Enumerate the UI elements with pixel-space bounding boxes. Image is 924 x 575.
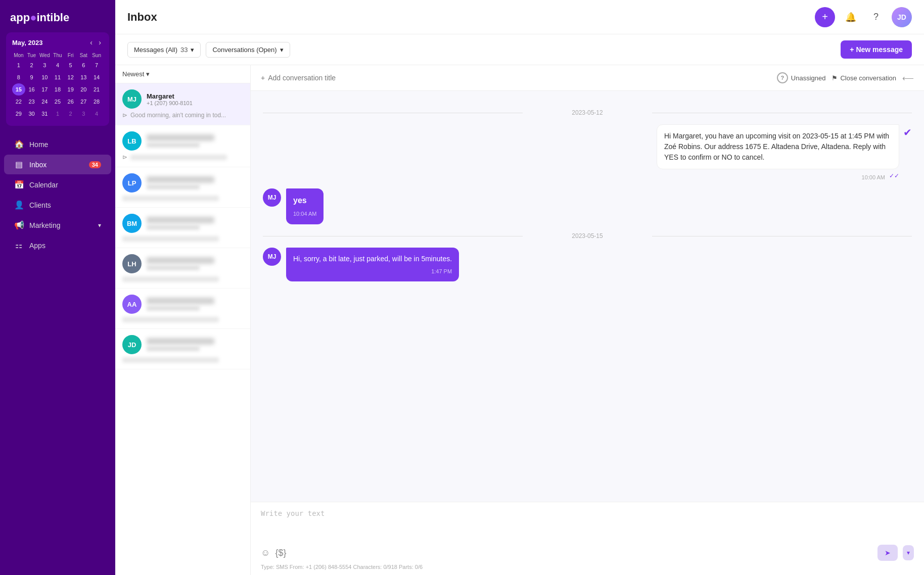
apps-icon: ⚏ xyxy=(14,241,23,250)
calendar-day[interactable]: 19 xyxy=(64,83,77,95)
conversation-item-2[interactable]: LB ⊳ xyxy=(115,125,250,167)
cal-day-sat: Sat xyxy=(77,52,90,59)
calendar-prev-btn[interactable]: ‹ xyxy=(88,37,95,47)
calendar-day[interactable]: 1 xyxy=(12,59,25,71)
conv-preview-blurred-3 xyxy=(122,196,219,201)
conv-preview-4 xyxy=(122,236,243,242)
calendar-day[interactable]: 13 xyxy=(77,71,90,83)
conv-info-2 xyxy=(147,134,243,148)
calendar-day[interactable]: 25 xyxy=(51,95,64,108)
template-button[interactable]: {$} xyxy=(275,548,286,558)
calendar-day[interactable]: 18 xyxy=(51,83,64,95)
conv-preview-blurred-4 xyxy=(122,236,219,242)
calendar-next-btn[interactable]: › xyxy=(97,37,103,47)
conv-info-margaret: Margaret +1 (207) 900-8101 xyxy=(147,92,243,106)
calendar-day[interactable]: 3 xyxy=(77,108,90,120)
add-title-button[interactable]: + Add conversation title xyxy=(261,74,336,82)
user-avatar[interactable]: JD xyxy=(892,7,912,27)
calendar-day[interactable]: 4 xyxy=(51,59,64,71)
unassigned-button[interactable]: ? Unassigned xyxy=(777,72,826,83)
sidebar-item-marketing[interactable]: 📢 Marketing ▾ xyxy=(4,215,111,235)
conv-info-6 xyxy=(147,298,243,311)
collapse-button[interactable]: ⟵ xyxy=(902,73,914,83)
sort-button[interactable]: Newest ▾ xyxy=(122,70,150,78)
conv-top-3: LP xyxy=(122,173,243,193)
calendar-day[interactable]: 15 xyxy=(12,83,25,95)
date-1-label: 2023-05-12 xyxy=(572,109,603,116)
sidebar-item-calendar[interactable]: 📅 Calendar xyxy=(4,175,111,195)
sidebar-item-home[interactable]: 🏠 Home xyxy=(4,134,111,154)
conversation-item-margaret[interactable]: MJ Margaret +1 (207) 900-8101 ⊳ Good mor… xyxy=(115,83,250,125)
conv-avatar-7: JD xyxy=(122,335,142,354)
conv-preview-6 xyxy=(122,317,243,322)
calendar-day[interactable]: 31 xyxy=(38,108,51,120)
calendar-day[interactable]: 6 xyxy=(77,59,90,71)
sidebar-item-clients[interactable]: 👤 Clients xyxy=(4,195,111,215)
calendar-day[interactable]: 30 xyxy=(25,108,38,120)
message-input[interactable] xyxy=(261,509,914,540)
incoming-avatar-1: MJ xyxy=(263,188,281,207)
calendar-day[interactable]: 4 xyxy=(90,108,103,120)
conversation-item-7[interactable]: JD xyxy=(115,329,250,369)
conversation-item-3[interactable]: LP xyxy=(115,167,250,208)
calendar-day[interactable]: 2 xyxy=(25,59,38,71)
send-dropdown-button[interactable]: ▾ xyxy=(903,545,914,560)
emoji-button[interactable]: ☺ xyxy=(261,548,270,558)
conversation-item-4[interactable]: BM xyxy=(115,208,250,248)
calendar-day[interactable]: 23 xyxy=(25,95,38,108)
calendar-day[interactable]: 7 xyxy=(90,59,103,71)
conversation-item-6[interactable]: AA xyxy=(115,289,250,329)
sidebar-item-apps[interactable]: ⚏ Apps xyxy=(4,235,111,255)
close-conversation-button[interactable]: ⚑ Close conversation xyxy=(831,74,896,82)
calendar-day[interactable]: 27 xyxy=(77,95,90,108)
calendar-day[interactable]: 20 xyxy=(77,83,90,95)
calendar-day[interactable]: 3 xyxy=(38,59,51,71)
calendar-weekdays: Mon Tue Wed Thu Fri Sat Sun xyxy=(12,52,103,59)
new-message-button[interactable]: + New message xyxy=(841,40,912,59)
conv-preview-text-margaret: Good morning, ain't coming in tod... xyxy=(130,112,226,119)
conv-name-blurred-7 xyxy=(147,338,214,345)
send-button[interactable]: ➤ xyxy=(877,545,898,561)
chat-input-area: ☺ {$} ➤ ▾ Type: SMS From: +1 (206) 848-5… xyxy=(251,502,924,575)
notifications-button[interactable]: 🔔 xyxy=(841,8,860,27)
conv-avatar-4: BM xyxy=(122,214,142,233)
calendar-day[interactable]: 11 xyxy=(51,71,64,83)
conversation-item-5[interactable]: LH xyxy=(115,248,250,289)
messages-filter-btn[interactable]: Messages (All) 33 ▾ xyxy=(127,42,201,58)
cal-day-fri: Fri xyxy=(64,52,77,59)
calendar-day[interactable]: 22 xyxy=(12,95,25,108)
sidebar-item-home-label: Home xyxy=(29,140,48,149)
calendar-day[interactable]: 21 xyxy=(90,83,103,95)
conv-phone-blurred-3 xyxy=(147,184,200,189)
sidebar-item-marketing-label: Marketing xyxy=(29,221,60,229)
help-button[interactable]: ? xyxy=(866,8,886,27)
calendar-day[interactable]: 1 xyxy=(51,108,64,120)
logo-intible: intible xyxy=(36,11,69,24)
outgoing-wrapper-1: Hi Margaret, you have an upcoming visit … xyxy=(657,124,899,180)
calendar-day[interactable]: 12 xyxy=(64,71,77,83)
calendar-day[interactable]: 5 xyxy=(64,59,77,71)
conv-name-blurred-6 xyxy=(147,298,214,304)
conv-name-blurred-5 xyxy=(147,257,214,264)
conv-phone-blurred-4 xyxy=(147,225,200,230)
conv-info-4 xyxy=(147,217,243,230)
calendar-day[interactable]: 28 xyxy=(90,95,103,108)
calendar-day[interactable]: 26 xyxy=(64,95,77,108)
conversations-filter-btn[interactable]: Conversations (Open) ▾ xyxy=(206,42,290,58)
calendar-day[interactable]: 2 xyxy=(64,108,77,120)
calendar-day[interactable]: 9 xyxy=(25,71,38,83)
incoming-bubble-wrapper-2: Hi, sorry, a bit late, just parked, will… xyxy=(286,248,459,282)
calendar-day[interactable]: 16 xyxy=(25,83,38,95)
add-title-plus-icon: + xyxy=(261,74,265,82)
calendar-day[interactable]: 8 xyxy=(12,71,25,83)
calendar-day[interactable]: 14 xyxy=(90,71,103,83)
sidebar-item-inbox[interactable]: ▤ Inbox 34 xyxy=(4,155,111,174)
calendar-day[interactable]: 29 xyxy=(12,108,25,120)
logo-area: app●intible xyxy=(0,0,115,32)
cal-day-sun: Sun xyxy=(90,52,103,59)
calendar-day[interactable]: 10 xyxy=(38,71,51,83)
calendar-day[interactable]: 24 xyxy=(38,95,51,108)
calendar-day[interactable]: 17 xyxy=(38,83,51,95)
logo-dot: ● xyxy=(30,11,36,24)
create-button[interactable]: + xyxy=(815,7,835,27)
